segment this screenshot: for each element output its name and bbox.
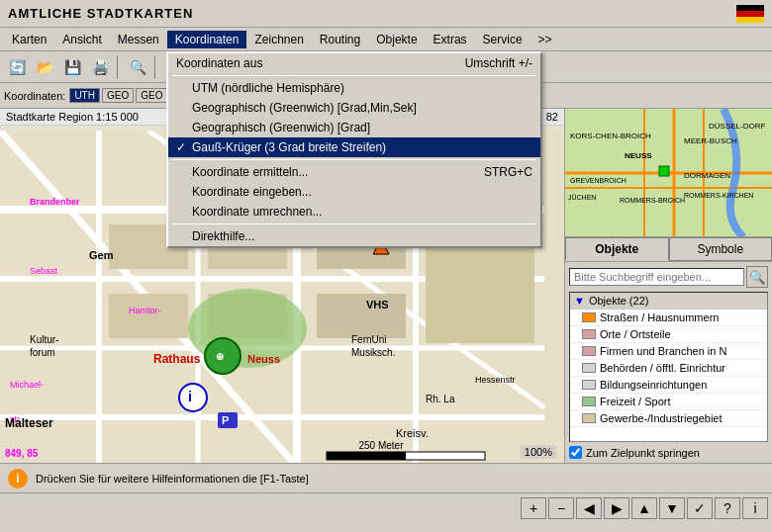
- bottom-toolbar: + − ◀ ▶ ▲ ▼ ✓ ? i: [0, 492, 772, 522]
- place-icon: [582, 329, 596, 339]
- dropdown-eingeben[interactable]: Koordinate eingeben...: [168, 182, 540, 202]
- dropdown-gauss[interactable]: ✓ Gauß-Krüger (3 Grad breite Streifen): [168, 137, 540, 157]
- svg-text:VHS: VHS: [366, 299, 389, 310]
- svg-text:MEER-BUSCH: MEER-BUSCH: [684, 136, 737, 145]
- menu-messen[interactable]: Messen: [110, 31, 167, 48]
- menu-objekte[interactable]: Objekte: [368, 31, 425, 48]
- menu-bar: Karten Ansicht Messen Koordinaten Zeichn…: [0, 28, 772, 51]
- svg-rect-57: [659, 166, 669, 176]
- tab-objekte[interactable]: Objekte: [565, 237, 669, 261]
- mini-map[interactable]: KORS-CHEN-BROICH GREVENBROICH NEUSS MEER…: [565, 109, 772, 237]
- svg-text:Michael-: Michael-: [10, 380, 44, 390]
- search-bar: 🔍: [565, 262, 772, 292]
- dropdown-direkthilfe[interactable]: Direkthilfe...: [168, 226, 540, 246]
- btn-confirm[interactable]: ✓: [687, 497, 713, 519]
- menu-ansicht[interactable]: Ansicht: [54, 31, 109, 48]
- svg-text:Sebast: Sebast: [30, 266, 58, 276]
- dropdown-utm[interactable]: UTM (nördliche Hemisphäre): [168, 78, 540, 98]
- education-icon: [582, 380, 596, 390]
- svg-rect-16: [317, 294, 406, 338]
- tab-buttons: Objekte Symbole: [565, 237, 772, 262]
- toolbar-open[interactable]: 📂: [32, 54, 57, 80]
- svg-text:forum: forum: [30, 347, 55, 358]
- svg-text:DÜSSEL-DORF: DÜSSEL-DORF: [709, 122, 765, 131]
- search-input[interactable]: [569, 268, 744, 286]
- map-scale-label: Stadtkarte Region 1:15 000: [6, 111, 139, 123]
- coord-label: Koordinaten:: [4, 90, 65, 102]
- menu-koordinaten[interactable]: Koordinaten: [167, 31, 247, 48]
- menu-service[interactable]: Service: [475, 31, 531, 48]
- svg-text:GREVENBROICH: GREVENBROICH: [570, 177, 627, 184]
- svg-text:Rathaus: Rathaus: [153, 352, 201, 366]
- svg-text:NEUSS: NEUSS: [625, 151, 652, 160]
- obj-industry[interactable]: Gewerbe-/Industriegebiet: [570, 410, 767, 427]
- obj-places[interactable]: Orte / Ortsteile: [570, 326, 767, 343]
- menu-zeichnen[interactable]: Zeichnen: [246, 31, 311, 48]
- objects-header[interactable]: ▼ Objekte (22): [570, 293, 767, 310]
- german-flag: [736, 5, 764, 23]
- leisure-icon: [582, 397, 596, 406]
- tab-symbole[interactable]: Symbole: [669, 237, 773, 261]
- company-icon: [582, 346, 596, 356]
- obj-roads[interactable]: Straßen / Hausnummern: [570, 310, 767, 326]
- menu-more[interactable]: >>: [531, 31, 560, 48]
- dropdown-geo-dms[interactable]: Geographisch (Greenwich) [Grad,Min,Sek]: [168, 98, 540, 118]
- svg-text:Kultur-: Kultur-: [30, 334, 58, 345]
- obj-companies[interactable]: Firmen und Branchen in N: [570, 343, 767, 360]
- dropdown-header: Koordinaten aus Umschrift +/-: [168, 53, 540, 73]
- obj-authority[interactable]: Behörden / öfftl. Einrichtur: [570, 360, 767, 377]
- svg-text:JÜCHEN: JÜCHEN: [568, 194, 596, 201]
- toolbar-refresh[interactable]: 🔄: [4, 54, 30, 80]
- road-icon: [582, 312, 596, 322]
- obj-leisure[interactable]: Freizeit / Sport: [570, 394, 767, 410]
- coord-tab-geo2[interactable]: GEO: [136, 88, 167, 103]
- toolbar-save[interactable]: 💾: [59, 54, 85, 80]
- toolbar-print[interactable]: 🖨️: [87, 54, 113, 80]
- svg-text:Neuss: Neuss: [247, 353, 280, 365]
- menu-karten[interactable]: Karten: [4, 31, 54, 48]
- checkbox-row: Zum Zielpunkt springen: [565, 442, 772, 463]
- dropdown-umrechnen[interactable]: Koordinate umrechnen...: [168, 202, 540, 222]
- obj-education[interactable]: Bildungseinrichtungen: [570, 377, 767, 394]
- svg-text:⊕: ⊕: [216, 351, 224, 362]
- svg-point-36: [179, 384, 207, 411]
- svg-text:P: P: [222, 414, 229, 426]
- coord-tab-uth[interactable]: UTH: [69, 88, 100, 103]
- svg-text:Hessenstr: Hessenstr: [475, 375, 516, 385]
- objects-count: Objekte (22): [589, 295, 649, 307]
- toolbar-search[interactable]: 🔍: [125, 54, 150, 80]
- search-button[interactable]: 🔍: [746, 266, 768, 288]
- dropdown-geo-deg[interactable]: Geographisch (Greenwich) [Grad]: [168, 118, 540, 137]
- btn-up[interactable]: ▲: [631, 497, 657, 519]
- btn-down[interactable]: ▼: [659, 497, 685, 519]
- svg-text:KORS-CHEN-BROICH: KORS-CHEN-BROICH: [570, 132, 651, 140]
- menu-extras[interactable]: Extras: [426, 31, 475, 48]
- map-percent: 100%: [521, 445, 556, 459]
- title-bar: AMTLICHE STADTKARTEN: [0, 0, 772, 28]
- authority-icon: [582, 363, 596, 373]
- coord-tab-geo1[interactable]: GEO: [102, 88, 134, 103]
- svg-text:FernUni: FernUni: [351, 334, 387, 345]
- right-panel: KORS-CHEN-BROICH GREVENBROICH NEUSS MEER…: [564, 109, 772, 463]
- svg-text:Brandenber: Brandenber: [30, 197, 80, 207]
- btn-left[interactable]: ◀: [576, 497, 602, 519]
- svg-text:ROMMERS-KIRCHEN: ROMMERS-KIRCHEN: [684, 192, 753, 199]
- zielpunkt-label[interactable]: Zum Zielpunkt springen: [586, 447, 700, 459]
- svg-text:Kreisv.: Kreisv.: [396, 427, 429, 439]
- toolbar-separator: [117, 55, 121, 79]
- koordinaten-dropdown: Koordinaten aus Umschrift +/- UTM (nördl…: [166, 51, 542, 248]
- status-icon: i: [8, 469, 28, 488]
- status-message: Drücken Sie für weitere Hilfeinformation…: [36, 473, 309, 485]
- dropdown-ermitteln[interactable]: Koordinate ermitteln... STRG+C: [168, 162, 540, 182]
- btn-zoom-out[interactable]: −: [548, 497, 574, 519]
- svg-text:Rh. La: Rh. La: [426, 394, 455, 404]
- objects-list[interactable]: ▼ Objekte (22) Straßen / Hausnummern Ort…: [569, 292, 768, 442]
- menu-routing[interactable]: Routing: [312, 31, 368, 48]
- btn-right[interactable]: ▶: [604, 497, 629, 519]
- btn-help[interactable]: ?: [715, 497, 740, 519]
- btn-info[interactable]: i: [742, 497, 768, 519]
- zielpunkt-checkbox[interactable]: [569, 446, 582, 459]
- btn-zoom-in[interactable]: +: [521, 497, 546, 519]
- coord-right: 82: [546, 111, 558, 123]
- svg-text:Musiksch.: Musiksch.: [351, 347, 395, 358]
